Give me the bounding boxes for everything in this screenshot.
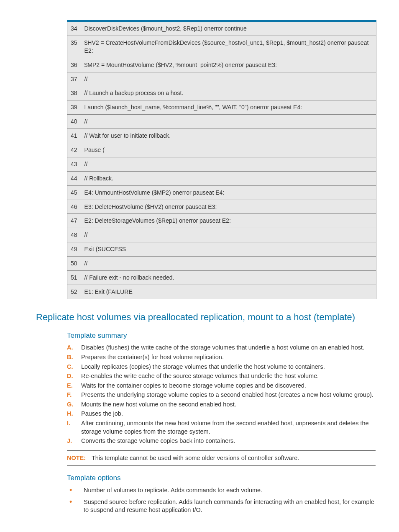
code-row: 48//: [67, 228, 376, 242]
line-content: // Launch a backup process on a host.: [81, 86, 376, 100]
line-number: 52: [67, 285, 81, 299]
code-row: 37//: [67, 72, 376, 86]
code-row: 47E2: DeleteStorageVolumes ($Rep1) onerr…: [67, 214, 376, 228]
options-item: Suspend source before replication. Adds …: [67, 498, 376, 514]
item-letter: C.: [67, 363, 81, 371]
code-row: 39Launch ($launch_host_name, %command_li…: [67, 100, 376, 115]
line-content: E3: DeleteHostVolume ($HV2) onerror paus…: [81, 200, 376, 214]
line-number: 50: [67, 257, 81, 271]
line-number: 48: [67, 228, 81, 242]
item-letter: H.: [67, 410, 81, 418]
line-number: 36: [67, 58, 81, 72]
code-row: 51// Failure exit - no rollback needed.: [67, 271, 376, 285]
code-row: 45E4: UnmountHostVolume ($MP2) onerror p…: [67, 185, 376, 200]
code-row: 44// Rollback.: [67, 171, 376, 185]
line-number: 43: [67, 157, 81, 171]
item-letter: D.: [67, 372, 81, 380]
code-tbody: 34DiscoverDiskDevices ($mount_host2, $Re…: [67, 21, 376, 299]
summary-item: E.Waits for the container copies to beco…: [67, 382, 376, 390]
options-text: Suspend source before replication. Adds …: [84, 498, 376, 514]
item-text: Presents the underlying storage volume c…: [81, 391, 373, 399]
code-row: 38// Launch a backup process on a host.: [67, 86, 376, 100]
code-table: 34DiscoverDiskDevices ($mount_host2, $Re…: [67, 20, 376, 299]
code-row: 50//: [67, 257, 376, 271]
item-text: Prepares the container(s) for host volum…: [81, 353, 224, 362]
line-content: E2: DeleteStorageVolumes ($Rep1) onerror…: [81, 214, 376, 228]
summary-item: A.Disables (flushes) the write cache of …: [67, 344, 376, 352]
item-letter: G.: [67, 401, 81, 409]
summary-item: F.Presents the underlying storage volume…: [67, 391, 376, 399]
summary-item: H.Pauses the job.: [67, 410, 376, 418]
code-row: 36$MP2 = MountHostVolume ($HV2, %mount_p…: [67, 58, 376, 72]
item-letter: A.: [67, 344, 81, 352]
note-block: NOTE: This template cannot be used with …: [67, 450, 376, 466]
code-row: 40//: [67, 115, 376, 129]
item-letter: F.: [67, 391, 81, 399]
code-row: 52E1: Exit (FAILURE: [67, 285, 376, 299]
line-number: 37: [67, 72, 81, 86]
summary-item: B.Prepares the container(s) for host vol…: [67, 353, 376, 362]
line-content: $HV2 = CreateHostVolumeFromDiskDevices (…: [81, 36, 376, 58]
code-row: 49Exit (SUCCESS: [67, 242, 376, 257]
section-heading: Replicate host volumes via preallocated …: [36, 311, 376, 324]
line-content: //: [81, 257, 376, 271]
note-text: This template cannot be used with some o…: [92, 455, 299, 461]
line-content: // Wait for user to initiate rollback.: [81, 129, 376, 143]
line-content: $MP2 = MountHostVolume ($HV2, %mount_poi…: [81, 58, 376, 72]
item-text: Re-enables the write cache of the source…: [81, 372, 319, 380]
line-content: Pause (: [81, 143, 376, 157]
line-number: 45: [67, 185, 81, 200]
line-content: E4: UnmountHostVolume ($MP2) onerror pau…: [81, 185, 376, 200]
line-content: DiscoverDiskDevices ($mount_host2, $Rep1…: [81, 21, 376, 36]
summary-item: G.Mounts the new host volume on the seco…: [67, 401, 376, 409]
line-number: 44: [67, 171, 81, 185]
line-number: 39: [67, 100, 81, 115]
line-number: 38: [67, 86, 81, 100]
code-row: 41// Wait for user to initiate rollback.: [67, 129, 376, 143]
summary-item: D.Re-enables the write cache of the sour…: [67, 372, 376, 380]
line-number: 49: [67, 242, 81, 257]
line-number: 51: [67, 271, 81, 285]
note-label: NOTE:: [67, 455, 86, 461]
code-row: 46E3: DeleteHostVolume ($HV2) onerror pa…: [67, 200, 376, 214]
summary-item: J.Converts the storage volume copies bac…: [67, 437, 376, 445]
item-text: Pauses the job.: [81, 410, 123, 418]
line-number: 46: [67, 200, 81, 214]
item-letter: I.: [67, 419, 81, 436]
code-row: 43//: [67, 157, 376, 171]
line-content: // Rollback.: [81, 171, 376, 185]
summary-list: A.Disables (flushes) the write cache of …: [67, 344, 376, 445]
options-text: Number of volumes to replicate. Adds com…: [84, 486, 262, 495]
line-content: Launch ($launch_host_name, %command_line…: [81, 100, 376, 115]
options-item: Number of volumes to replicate. Adds com…: [67, 486, 376, 495]
code-row: 34DiscoverDiskDevices ($mount_host2, $Re…: [67, 21, 376, 36]
code-row: 35$HV2 = CreateHostVolumeFromDiskDevices…: [67, 36, 376, 58]
line-content: //: [81, 72, 376, 86]
item-letter: B.: [67, 353, 81, 362]
line-number: 40: [67, 115, 81, 129]
template-summary-heading: Template summary: [67, 331, 376, 341]
line-content: Exit (SUCCESS: [81, 242, 376, 257]
item-letter: E.: [67, 382, 81, 390]
line-content: // Failure exit - no rollback needed.: [81, 271, 376, 285]
item-letter: J.: [67, 437, 81, 445]
options-list: Number of volumes to replicate. Adds com…: [67, 486, 376, 514]
line-content: //: [81, 115, 376, 129]
summary-item: C.Locally replicates (copies) the storag…: [67, 363, 376, 371]
line-number: 42: [67, 143, 81, 157]
line-number: 34: [67, 21, 81, 36]
item-text: After continuing, unmounts the new host …: [81, 419, 376, 436]
code-row: 42Pause (: [67, 143, 376, 157]
line-content: E1: Exit (FAILURE: [81, 285, 376, 299]
template-options-heading: Template options: [67, 473, 376, 483]
item-text: Converts the storage volume copies back …: [81, 437, 235, 445]
summary-item: I.After continuing, unmounts the new hos…: [67, 419, 376, 436]
line-number: 47: [67, 214, 81, 228]
item-text: Waits for the container copies to become…: [81, 382, 306, 390]
item-text: Disables (flushes) the write cache of th…: [81, 344, 364, 352]
line-content: //: [81, 157, 376, 171]
line-number: 35: [67, 36, 81, 58]
item-text: Mounts the new host volume on the second…: [81, 401, 236, 409]
line-number: 41: [67, 129, 81, 143]
line-content: //: [81, 228, 376, 242]
